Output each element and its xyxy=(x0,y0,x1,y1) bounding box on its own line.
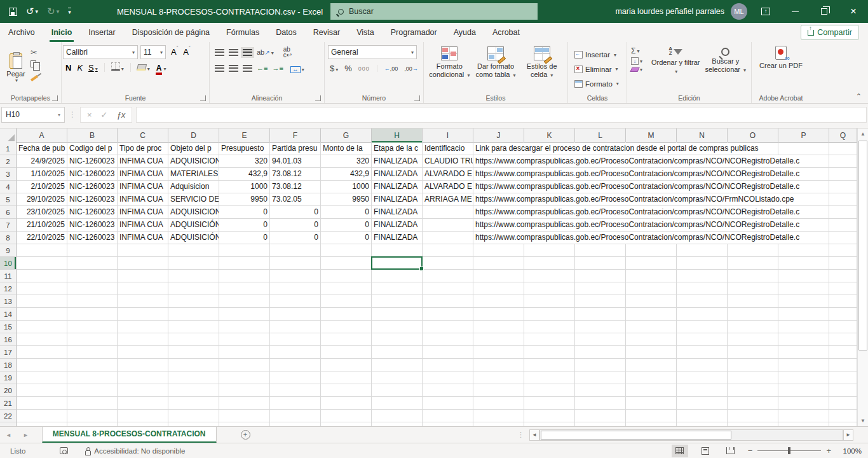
column-header-D[interactable]: D xyxy=(168,128,219,142)
cell-H12[interactable] xyxy=(372,282,423,295)
cell-J12[interactable] xyxy=(473,282,524,295)
column-header-I[interactable]: I xyxy=(423,128,473,142)
horizontal-scrollbar[interactable]: ⋮ ◄ ► xyxy=(517,429,867,441)
horizontal-scroll-track[interactable] xyxy=(539,429,843,441)
cell-N12[interactable] xyxy=(677,282,728,295)
name-box[interactable]: H10▾ xyxy=(1,107,65,123)
cell-A13[interactable] xyxy=(17,295,67,308)
macro-record-icon[interactable] xyxy=(60,447,68,454)
cell-G11[interactable] xyxy=(321,270,372,282)
cell-E1[interactable]: Presupuesto xyxy=(219,142,270,155)
percent-format-icon[interactable]: % xyxy=(344,64,352,73)
cell-J7[interactable]: https://www.compraspublicas.gob.ec/Proce… xyxy=(473,219,524,232)
cell-C16[interactable] xyxy=(118,333,168,346)
row-header-10[interactable]: 10 xyxy=(0,257,17,270)
column-header-N[interactable]: N xyxy=(677,128,728,142)
cell-A18[interactable] xyxy=(17,359,67,371)
cell-K13[interactable] xyxy=(524,295,575,308)
cell-G2[interactable]: 320 xyxy=(321,155,372,168)
row-header-18[interactable]: 18 xyxy=(0,359,17,371)
decrease-indent-icon[interactable]: ←≡ xyxy=(257,64,268,72)
cell-H3[interactable]: FINALIZADA xyxy=(372,168,423,181)
column-header-J[interactable]: J xyxy=(473,128,524,142)
comma-format-icon[interactable]: 000 xyxy=(358,66,370,72)
row-header-4[interactable]: 4 xyxy=(0,181,17,193)
row-header-15[interactable]: 15 xyxy=(0,321,17,333)
cell-L13[interactable] xyxy=(575,295,626,308)
conditional-formatting-button[interactable]: Formato condicional ▾ xyxy=(428,45,471,92)
row-header-6[interactable]: 6 xyxy=(0,206,17,219)
column-header-H[interactable]: H xyxy=(372,128,423,142)
cell-F9[interactable] xyxy=(270,244,321,257)
cell-K21[interactable] xyxy=(524,397,575,410)
italic-button[interactable]: K xyxy=(77,63,83,73)
cell-O13[interactable] xyxy=(728,295,778,308)
cell-F13[interactable] xyxy=(270,295,321,308)
insert-cells-button[interactable]: Insertar▾ xyxy=(574,51,625,59)
cell-I20[interactable] xyxy=(423,384,473,397)
orientation-icon[interactable]: ab↗▾ xyxy=(257,48,274,56)
cell-I2[interactable]: CLAUDIO TRU xyxy=(423,155,473,168)
cell-I9[interactable] xyxy=(423,244,473,257)
cell-A6[interactable]: 23/10/2025 xyxy=(17,206,67,219)
undo-icon[interactable]: ↺▾ xyxy=(26,6,38,17)
cell-G15[interactable] xyxy=(321,321,372,333)
cell-A12[interactable] xyxy=(17,282,67,295)
cell-K22[interactable] xyxy=(524,410,575,422)
save-icon[interactable] xyxy=(9,8,17,16)
cell-C4[interactable]: INFIMA CUA xyxy=(118,181,168,193)
cell-E8[interactable]: 0 xyxy=(219,232,270,244)
align-center-icon[interactable] xyxy=(229,65,238,72)
cell-G21[interactable] xyxy=(321,397,372,410)
cell-L21[interactable] xyxy=(575,397,626,410)
paste-button[interactable]: Pegar ▾ xyxy=(1,44,31,92)
cell-L15[interactable] xyxy=(575,321,626,333)
cell-N20[interactable] xyxy=(677,384,728,397)
cell-E22[interactable] xyxy=(219,410,270,422)
tab-disposición-de-página[interactable]: Disposición de página xyxy=(124,23,218,42)
cell-H5[interactable]: FINALIZADA xyxy=(372,193,423,206)
cell-H1[interactable]: Etapa de la c xyxy=(372,142,423,155)
font-dialog-launcher-icon[interactable] xyxy=(200,95,206,101)
cell-I12[interactable] xyxy=(423,282,473,295)
cell-J20[interactable] xyxy=(473,384,524,397)
wrap-text-icon[interactable]: abc↩ xyxy=(283,46,292,58)
decrease-decimal-icon[interactable]: ,00→ xyxy=(404,66,418,72)
cell-N22[interactable] xyxy=(677,410,728,422)
cell-E2[interactable]: 320 xyxy=(219,155,270,168)
cell-F1[interactable]: Partida presu xyxy=(270,142,321,155)
alignment-dialog-launcher-icon[interactable] xyxy=(315,95,321,101)
cell-I19[interactable] xyxy=(423,371,473,384)
column-header-C[interactable]: C xyxy=(118,128,168,142)
cell-D17[interactable] xyxy=(168,346,219,359)
number-format-select[interactable]: General▾ xyxy=(328,45,417,59)
column-header-E[interactable]: E xyxy=(219,128,270,142)
cell-D2[interactable]: ADQUISICION xyxy=(168,155,219,168)
cell-N11[interactable] xyxy=(677,270,728,282)
cell-D18[interactable] xyxy=(168,359,219,371)
avatar[interactable]: ML xyxy=(731,3,747,20)
row-header-20[interactable]: 20 xyxy=(0,384,17,397)
cell-Q15[interactable] xyxy=(829,321,857,333)
cell-I22[interactable] xyxy=(423,410,473,422)
cell-K16[interactable] xyxy=(524,333,575,346)
zoom-level[interactable]: 100% xyxy=(840,447,862,455)
column-header-K[interactable]: K xyxy=(524,128,575,142)
cell-D6[interactable]: ADQUISICION xyxy=(168,206,219,219)
cell-C22[interactable] xyxy=(118,410,168,422)
cell-D10[interactable] xyxy=(168,257,219,270)
cell-I16[interactable] xyxy=(423,333,473,346)
cell-M16[interactable] xyxy=(626,333,677,346)
scroll-right-icon[interactable]: ► xyxy=(843,429,853,441)
tab-vista[interactable]: Vista xyxy=(348,23,383,42)
cell-N14[interactable] xyxy=(677,308,728,321)
redo-icon[interactable]: ↻▾ xyxy=(47,6,59,17)
row-header-9[interactable]: 9 xyxy=(0,244,17,257)
cell-K9[interactable] xyxy=(524,244,575,257)
cell-J8[interactable]: https://www.compraspublicas.gob.ec/Proce… xyxy=(473,232,524,244)
tab-archivo[interactable]: Archivo xyxy=(0,23,43,42)
row-header-2[interactable]: 2 xyxy=(0,155,17,168)
cell-J4[interactable]: https://www.compraspublicas.gob.ec/Proce… xyxy=(473,181,524,193)
cell-B5[interactable]: NIC-1260023 xyxy=(67,193,118,206)
cell-A8[interactable]: 22/10/2025 xyxy=(17,232,67,244)
